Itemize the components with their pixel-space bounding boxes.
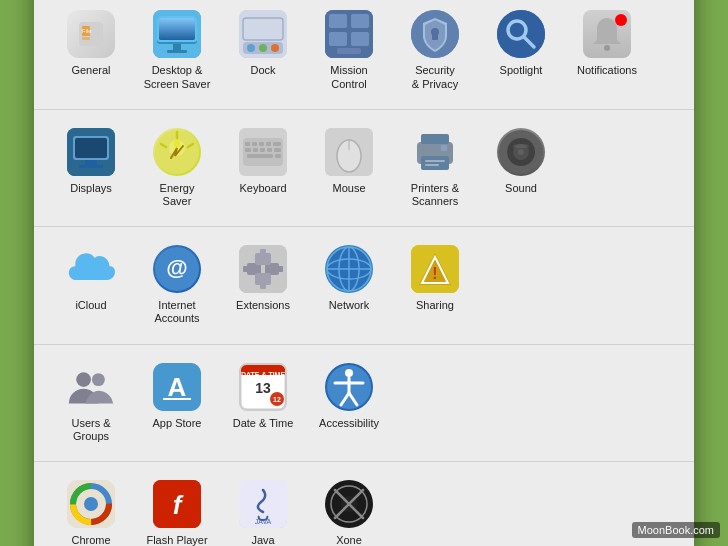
pref-sharing[interactable]: ! Sharing <box>394 237 476 331</box>
svg-rect-9 <box>173 44 181 50</box>
chrome-label: Chrome RemoteDesktop Host <box>54 534 128 546</box>
users-label: Users &Groups <box>71 417 110 443</box>
general-icon: File <box>67 10 115 58</box>
pref-chrome[interactable]: Chrome RemoteDesktop Host <box>50 472 132 546</box>
preferences-content: File General <box>34 0 694 546</box>
desktop-label: Desktop &Screen Saver <box>144 64 211 90</box>
svg-rect-47 <box>273 142 281 146</box>
svg-rect-63 <box>425 164 439 166</box>
security-label: Security& Privacy <box>412 64 458 90</box>
pref-users[interactable]: Users &Groups <box>50 355 132 449</box>
pref-accessibility[interactable]: Accessibility <box>308 355 390 449</box>
chrome-icon <box>67 480 115 528</box>
svg-rect-48 <box>245 148 251 152</box>
pref-dock[interactable]: Dock <box>222 2 304 96</box>
pref-mouse[interactable]: Mouse <box>308 120 390 214</box>
pref-general[interactable]: File General <box>50 2 132 96</box>
pref-extensions[interactable]: Extensions <box>222 237 304 331</box>
pref-internet[interactable]: @ InternetAccounts <box>136 237 218 331</box>
icon-grid-internet: iCloud @ InternetAccounts <box>50 237 678 331</box>
svg-point-14 <box>259 44 267 52</box>
svg-rect-80 <box>260 283 266 289</box>
svg-point-26 <box>497 10 545 58</box>
pref-datetime[interactable]: DATE & TIME 13 12 Date & Time <box>222 355 304 449</box>
internet-label: InternetAccounts <box>154 299 199 325</box>
section-other: Chrome RemoteDesktop Host f Flash Player <box>34 462 694 546</box>
sharing-icon: ! <box>411 245 459 293</box>
svg-rect-74 <box>243 266 249 272</box>
svg-rect-34 <box>79 165 103 168</box>
svg-rect-44 <box>252 142 257 146</box>
energy-label: EnergySaver <box>160 182 195 208</box>
icon-grid-personal: File General <box>50 2 678 96</box>
svg-rect-10 <box>167 50 187 53</box>
java-icon: JAVA <box>239 480 287 528</box>
svg-rect-54 <box>275 154 281 158</box>
keyboard-icon <box>239 128 287 176</box>
sound-label: Sound <box>505 182 537 195</box>
svg-text:DATE & TIME: DATE & TIME <box>241 371 285 378</box>
pref-notifications[interactable]: Notifications <box>566 2 648 96</box>
svg-point-15 <box>271 44 279 52</box>
pref-desktop[interactable]: Desktop &Screen Saver <box>136 2 218 96</box>
svg-text:A: A <box>168 372 187 402</box>
svg-point-91 <box>76 372 91 387</box>
extensions-icon <box>239 245 287 293</box>
svg-rect-53 <box>247 154 273 158</box>
pref-displays[interactable]: Displays <box>50 120 132 214</box>
icon-grid-system: Users &Groups A App Store <box>50 355 678 449</box>
sharing-label: Sharing <box>416 299 454 312</box>
svg-rect-49 <box>253 148 258 152</box>
svg-text:!: ! <box>432 265 437 282</box>
svg-rect-46 <box>266 142 271 146</box>
users-icon <box>67 363 115 411</box>
pref-keyboard[interactable]: Keyboard <box>222 120 304 214</box>
pref-appstore[interactable]: A App Store <box>136 355 218 449</box>
section-system: Users &Groups A App Store <box>34 345 694 462</box>
pref-network[interactable]: Network <box>308 237 390 331</box>
svg-rect-76 <box>277 266 283 272</box>
svg-point-37 <box>174 140 180 148</box>
notifications-icon <box>583 10 631 58</box>
svg-point-13 <box>247 44 255 52</box>
pref-security[interactable]: Security& Privacy <box>394 2 476 96</box>
datetime-label: Date & Time <box>233 417 294 430</box>
displays-icon <box>67 128 115 176</box>
mouse-label: Mouse <box>332 182 365 195</box>
pref-java[interactable]: JAVA Java <box>222 472 304 546</box>
svg-rect-51 <box>267 148 272 152</box>
svg-rect-62 <box>425 160 445 162</box>
xone-icon <box>325 480 373 528</box>
keyboard-label: Keyboard <box>239 182 286 195</box>
svg-rect-61 <box>421 156 449 170</box>
java-label: Java <box>251 534 274 546</box>
svg-rect-25 <box>432 34 438 40</box>
pref-printers[interactable]: Printers &Scanners <box>394 120 476 214</box>
pref-sound[interactable]: Sound <box>480 120 562 214</box>
section-personal: File General <box>34 0 694 110</box>
extensions-label: Extensions <box>236 299 290 312</box>
svg-rect-19 <box>351 14 369 28</box>
pref-mission[interactable]: MissionControl <box>308 2 390 96</box>
pref-icloud[interactable]: iCloud <box>50 237 132 331</box>
svg-point-114 <box>84 497 98 511</box>
mission-icon <box>325 10 373 58</box>
pref-xone[interactable]: Xone Controller <box>308 472 390 546</box>
xone-label: Xone Controller <box>312 534 386 546</box>
mission-label: MissionControl <box>330 64 367 90</box>
svg-rect-20 <box>329 32 347 46</box>
svg-rect-33 <box>85 160 97 165</box>
pref-flash[interactable]: f Flash Player <box>136 472 218 546</box>
system-preferences-window: ‹ › ⋮ System Preferences 🔍 File <box>34 0 694 546</box>
svg-rect-64 <box>441 145 447 151</box>
svg-rect-32 <box>75 138 107 158</box>
svg-text:13: 13 <box>255 380 271 396</box>
svg-rect-3 <box>82 37 90 40</box>
pref-spotlight[interactable]: Spotlight <box>480 2 562 96</box>
svg-point-92 <box>92 373 105 386</box>
svg-point-69 <box>513 144 529 148</box>
displays-label: Displays <box>70 182 112 195</box>
notification-badge <box>615 14 627 26</box>
pref-energy[interactable]: EnergySaver <box>136 120 218 214</box>
accessibility-label: Accessibility <box>319 417 379 430</box>
